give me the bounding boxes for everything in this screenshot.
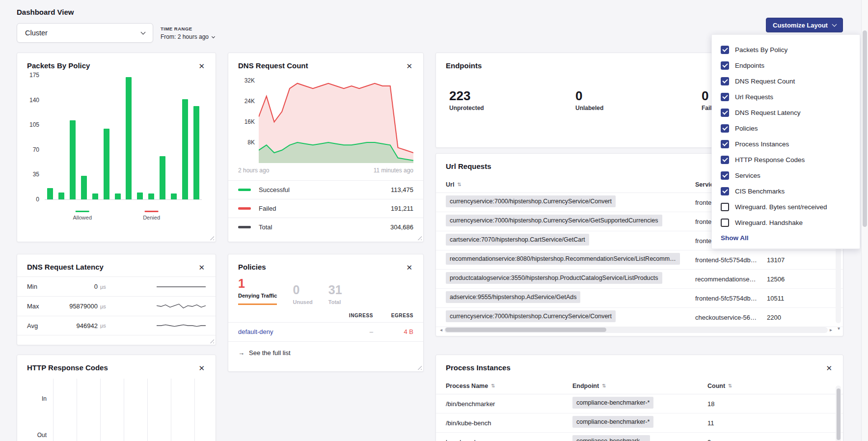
vertical-scrollbar[interactable] — [836, 386, 841, 441]
menu-item-cis-benchmarks[interactable]: CIS Benchmarks — [721, 183, 851, 199]
time-range-label: TIME RANGE — [161, 26, 215, 31]
menu-item-label: HTTP Response Codes — [735, 156, 805, 164]
url-chip[interactable]: currencyservice:7000/hipstershop.Currenc… — [446, 310, 616, 322]
card-title: HTTP Response Codes — [27, 363, 108, 372]
policy-stat-total[interactable]: 31Total — [328, 283, 342, 305]
latency-value: 946942 — [53, 322, 98, 330]
column-header-egress: EGRESS — [373, 313, 413, 318]
checkbox-checked-icon[interactable] — [721, 109, 729, 117]
checkbox-checked-icon[interactable] — [721, 77, 729, 85]
scrollbar-thumb[interactable] — [863, 30, 867, 227]
table-row: /bin/benchmarkercompliance-benchmarker-*… — [436, 394, 843, 413]
column-header-endpoint[interactable]: Endpoint ⇅ — [572, 383, 707, 389]
menu-item-label: Policies — [735, 125, 758, 132]
checkbox-checked-icon[interactable] — [721, 171, 729, 180]
policy-stat-label: Unused — [293, 299, 312, 305]
count-cell: 2200 — [767, 314, 781, 321]
column-header-process-name[interactable]: Process Name ⇅ — [446, 383, 572, 389]
checkbox-checked-icon[interactable] — [721, 156, 729, 164]
endpoint-chip[interactable]: compliance-benchmarker-* — [572, 397, 653, 409]
policy-link[interactable]: default-deny — [238, 328, 333, 335]
menu-item-dns-request-latency[interactable]: DNS Request Latency — [721, 105, 851, 120]
resize-handle[interactable] — [209, 235, 214, 240]
resize-handle[interactable] — [209, 338, 214, 343]
customize-layout-button[interactable]: Customize Layout — [766, 18, 843, 32]
menu-item-http-response-codes[interactable]: HTTP Response Codes — [721, 152, 851, 167]
checkbox-unchecked-icon[interactable] — [721, 203, 729, 211]
checkbox-checked-icon[interactable] — [721, 61, 729, 70]
checkbox-checked-icon[interactable] — [721, 46, 729, 54]
close-icon[interactable]: ✕ — [197, 263, 206, 272]
policy-stat-denying-traffic[interactable]: 1Denying Traffic — [238, 277, 277, 305]
scroll-right-icon[interactable]: ▸ — [830, 328, 832, 332]
checkbox-unchecked-icon[interactable] — [721, 219, 729, 227]
process-instances-body: /bin/benchmarkercompliance-benchmarker-*… — [436, 394, 843, 441]
endpoint-chip[interactable]: compliance-benchmarker-* — [572, 416, 653, 428]
menu-item-url-requests[interactable]: Url Requests — [721, 89, 851, 105]
process-name-cell: /bin/kube-bench — [446, 419, 572, 427]
table-row: adservice:9555/hipstershop.AdService/Get… — [436, 289, 843, 308]
url-chip[interactable]: productcatalogservice:3550/hipstershop.P… — [446, 272, 662, 284]
latency-unit: μs — [100, 323, 111, 329]
scroll-left-icon[interactable]: ◂ — [440, 328, 442, 332]
close-icon[interactable]: ✕ — [197, 363, 206, 373]
menu-item-process-instances[interactable]: Process Instances — [721, 136, 851, 152]
endpoint-cell: compliance-benchmark… — [572, 435, 707, 441]
scrollbar-thumb[interactable] — [837, 388, 841, 440]
show-all-link[interactable]: Show All — [721, 234, 851, 242]
packets-y-axis: 17514010570350 — [24, 72, 45, 203]
resize-handle[interactable] — [416, 364, 422, 370]
column-header-url[interactable]: Url ⇅ — [446, 181, 695, 188]
menu-item-wireguard-handshake[interactable]: Wireguard. Handshake — [721, 215, 851, 230]
latency-unit: μs — [100, 303, 111, 309]
checkbox-checked-icon[interactable] — [721, 140, 729, 148]
close-icon[interactable]: ✕ — [405, 263, 413, 272]
close-icon[interactable]: ✕ — [405, 61, 413, 71]
checkbox-checked-icon[interactable] — [721, 187, 729, 195]
count-cell: 18 — [707, 400, 714, 408]
column-header-count[interactable]: Count ⇅ — [707, 383, 833, 389]
close-icon[interactable]: ✕ — [197, 61, 206, 71]
endpoint-chip[interactable]: compliance-benchmark… — [572, 435, 650, 441]
url-chip[interactable]: adservice:9555/hipstershop.AdService/Get… — [446, 291, 580, 303]
url-chip[interactable]: cartservice:7070/hipstershop.CartService… — [446, 234, 589, 246]
policy-stat-unused[interactable]: 0Unused — [293, 283, 312, 305]
x-axis-label: 2 hours ago — [238, 167, 269, 174]
view-selector[interactable]: Cluster — [17, 23, 153, 43]
scrollbar-thumb[interactable] — [445, 328, 606, 332]
close-icon[interactable]: ✕ — [825, 363, 833, 373]
dns-request-count-card: DNS Request Count ✕ 32K24K16K8K 2 hours … — [228, 53, 424, 242]
http-response-codes-card: HTTP Response Codes ✕ In Out — [17, 355, 216, 441]
legend-label: Successful — [259, 186, 290, 193]
menu-item-endpoints[interactable]: Endpoints — [721, 57, 851, 73]
menu-item-dns-request-count[interactable]: DNS Request Count — [721, 73, 851, 89]
url-chip[interactable]: currencyservice:7000/hipstershop.Currenc… — [446, 195, 616, 207]
time-range-from-selector[interactable]: From: 2 hours ago — [161, 33, 215, 40]
column-label: Url — [446, 181, 454, 188]
menu-item-wireguard-bytes-sent-received[interactable]: Wireguard. Bytes sent/received — [721, 199, 851, 215]
legend-label: Total — [259, 223, 272, 231]
horizontal-scrollbar[interactable]: ◂ ▸ — [440, 327, 832, 333]
sparkline-chart — [157, 302, 206, 311]
checkbox-checked-icon[interactable] — [721, 124, 729, 133]
menu-item-packets-by-policy[interactable]: Packets By Policy — [721, 42, 851, 57]
policy-ingress-value: – — [333, 328, 373, 335]
sort-icon: ⇅ — [728, 383, 732, 388]
policy-stat-label: Total — [328, 299, 342, 305]
scrollbar-track[interactable] — [444, 327, 828, 333]
page-scrollbar[interactable] — [861, 0, 868, 441]
sparkline-chart — [157, 282, 206, 291]
menu-item-services[interactable]: Services — [721, 167, 851, 183]
url-chip[interactable]: recommendationservice:8080/hipstershop.R… — [446, 253, 680, 265]
group-color-line — [145, 211, 159, 212]
scroll-down-icon[interactable]: ▾ — [838, 326, 840, 331]
chevron-down-icon — [141, 29, 146, 34]
url-chip[interactable]: currencyservice:7000/hipstershop.Currenc… — [446, 215, 662, 226]
stat-label: Unprotected — [449, 105, 575, 111]
legend-row: Successful113,475 — [228, 180, 423, 199]
checkbox-checked-icon[interactable] — [721, 93, 729, 101]
see-full-list-link[interactable]: → See the full list — [228, 342, 423, 364]
menu-item-policies[interactable]: Policies — [721, 120, 851, 136]
url-cell: productcatalogservice:3550/hipstershop.P… — [446, 272, 695, 286]
endpoint-stat: 223Unprotected — [449, 88, 575, 111]
